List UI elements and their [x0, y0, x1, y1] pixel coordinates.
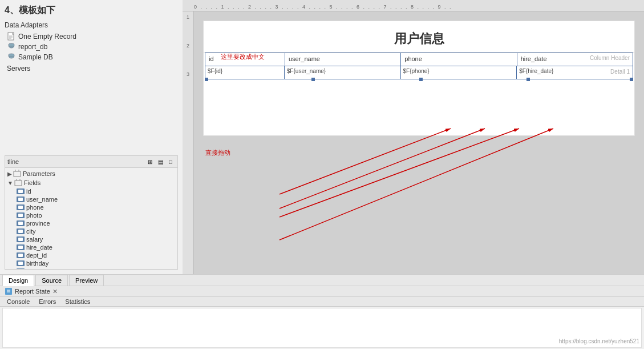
outline-fields-list: id user_name phone — [6, 187, 176, 269]
fields-expand-icon: ▼ — [7, 180, 13, 186]
field-photo-icon — [17, 212, 25, 218]
outline-header: tline ⊞ ▤ □ — [5, 156, 177, 168]
field-salary-label: salary — [26, 236, 43, 243]
rs-tab-console[interactable]: Console — [2, 297, 34, 306]
parameters-label: Parameters — [23, 170, 55, 177]
left-ruler: 1 2 3 — [183, 11, 194, 274]
parameters-expand-icon: ▶ — [7, 171, 12, 177]
field-photo[interactable]: photo — [15, 211, 176, 219]
col-user-name[interactable]: user_name — [285, 53, 401, 66]
detail-user-name[interactable]: $F{user_name} — [285, 66, 401, 79]
field-salary[interactable]: salary — [15, 235, 176, 243]
field-photo-label: photo — [26, 212, 42, 219]
page-title: 4、模板如下 — [5, 5, 178, 17]
detail-hire-date[interactable]: $F{hire_date} — [517, 66, 633, 79]
detail-row: $F{id} $F{user_name} $F{phone} $F{hire_d… — [205, 66, 633, 79]
report-state-header: Report State ✕ — [0, 286, 644, 297]
column-header-band: Column Header id user_name phone hire_da… — [204, 53, 634, 66]
field-id-label: id — [26, 188, 31, 195]
field-province-icon — [17, 220, 25, 226]
detail-id[interactable]: $F{id} — [205, 66, 285, 79]
ruler: 0 . . . . 1 . . . . 2 . . . . 3 . . . . … — [183, 0, 644, 11]
svg-rect-11 — [15, 180, 22, 186]
report-design-wrapper: 用户信息 这里要改成中文 Column Header id user_name — [203, 21, 635, 136]
field-hire-date-icon — [17, 244, 25, 250]
field-user-name-label: user_name — [26, 196, 58, 203]
field-city-icon — [17, 228, 25, 234]
field-id[interactable]: id — [15, 187, 176, 195]
outline-icon-btn-1[interactable]: ⊞ — [145, 157, 155, 166]
rs-tab-statistics[interactable]: Statistics — [60, 297, 95, 306]
fields-icon — [14, 179, 22, 187]
outline-content: ▶ Parameters ▼ — [5, 168, 177, 269]
field-photo2[interactable]: photo — [15, 267, 176, 269]
svg-line-16 — [280, 129, 519, 217]
report-state-close-icon[interactable]: ✕ — [52, 288, 58, 295]
database-icon-1 — [7, 42, 16, 51]
field-province[interactable]: province — [15, 219, 176, 227]
field-phone[interactable]: phone — [15, 203, 176, 211]
console-area — [2, 308, 642, 348]
report-title: 用户信息 — [204, 21, 634, 53]
field-phone-icon — [17, 204, 25, 210]
field-city[interactable]: city — [15, 227, 176, 235]
field-dept-id-label: dept_id — [26, 252, 47, 259]
report-db-label: report_db — [18, 43, 47, 51]
col-id[interactable]: id — [205, 53, 285, 66]
rs-tab-errors[interactable]: Errors — [34, 297, 60, 306]
sample-db-label: Sample DB — [18, 53, 53, 61]
document-icon — [7, 32, 16, 41]
svg-rect-19 — [5, 288, 12, 295]
column-header-row: id user_name phone hire_date — [205, 53, 633, 66]
svg-line-15 — [280, 129, 485, 208]
report-state-panel: Report State ✕ Console Errors Statistics — [0, 286, 644, 349]
canvas-section: 0 . . . . 1 . . . . 2 . . . . 3 . . . . … — [183, 0, 644, 274]
field-salary-icon — [17, 236, 25, 242]
field-dept-id[interactable]: dept_id — [15, 251, 176, 259]
field-birthday[interactable]: birthday — [15, 259, 176, 267]
one-empty-record-label: One Empty Record — [18, 33, 76, 41]
detail-band: Detail 1 $F{id} $F{user_name} $F{phone} … — [204, 66, 634, 79]
field-user-name[interactable]: user_name — [15, 195, 176, 203]
outline-icons: ⊞ ▤ □ — [145, 157, 175, 166]
database-icon-2 — [7, 53, 16, 62]
field-hire-date[interactable]: hire_date — [15, 243, 176, 251]
report-state-tabs: Console Errors Statistics — [0, 297, 644, 307]
field-user-name-icon — [17, 196, 25, 202]
outline-icon-btn-3[interactable]: □ — [166, 157, 175, 166]
field-city-label: city — [26, 228, 36, 235]
watermark: https://blog.csdn.net/yuzhen521 — [559, 338, 639, 344]
field-photo2-icon — [17, 268, 25, 269]
top-section: 4、模板如下 Data Adapters One Empty Record — [0, 0, 644, 274]
tree-item-sample-db[interactable]: Sample DB — [5, 52, 178, 62]
outline-icon-btn-2[interactable]: ▤ — [156, 157, 165, 166]
left-panel: 4、模板如下 Data Adapters One Empty Record — [0, 0, 183, 274]
data-adapters-section: Data Adapters One Empty Record — [5, 21, 178, 73]
field-province-label: province — [26, 220, 50, 227]
field-id-icon — [17, 188, 25, 194]
bottom-tabs-bar: Design Source Preview — [0, 275, 644, 286]
ruler-marks: 0 . . . . 1 . . . . 2 . . . . 3 . . . . … — [194, 4, 452, 10]
annotation-drag: 直接拖动 — [205, 149, 230, 157]
tab-preview[interactable]: Preview — [69, 275, 104, 286]
field-hire-date-label: hire_date — [26, 244, 52, 251]
canvas-body: 1 2 3 用户信息 这里要改成中文 — [183, 11, 644, 274]
detail-phone[interactable]: $F{phone} — [401, 66, 517, 79]
field-phone-label: phone — [26, 204, 44, 211]
tree-item-report-db[interactable]: report_db — [5, 42, 178, 52]
svg-rect-8 — [14, 171, 21, 176]
outline-parameters-header[interactable]: ▶ Parameters — [6, 169, 176, 178]
report-paper: 用户信息 这里要改成中文 Column Header id user_name — [204, 21, 634, 135]
field-photo2-label: photo — [26, 268, 42, 269]
report-state-icon — [5, 287, 13, 295]
tab-design[interactable]: Design — [2, 275, 34, 286]
col-phone[interactable]: phone — [401, 53, 517, 66]
tree-item-one-empty-record[interactable]: One Empty Record — [5, 31, 178, 42]
fields-label: Fields — [24, 179, 40, 186]
svg-line-17 — [280, 129, 553, 240]
tab-source[interactable]: Source — [35, 275, 68, 286]
column-header-band-label: Column Header — [590, 55, 630, 61]
outline-parameters-section: ▶ Parameters — [6, 169, 176, 178]
main-container: 4、模板如下 Data Adapters One Empty Record — [0, 0, 644, 349]
outline-fields-header[interactable]: ▼ Fields — [6, 178, 176, 187]
